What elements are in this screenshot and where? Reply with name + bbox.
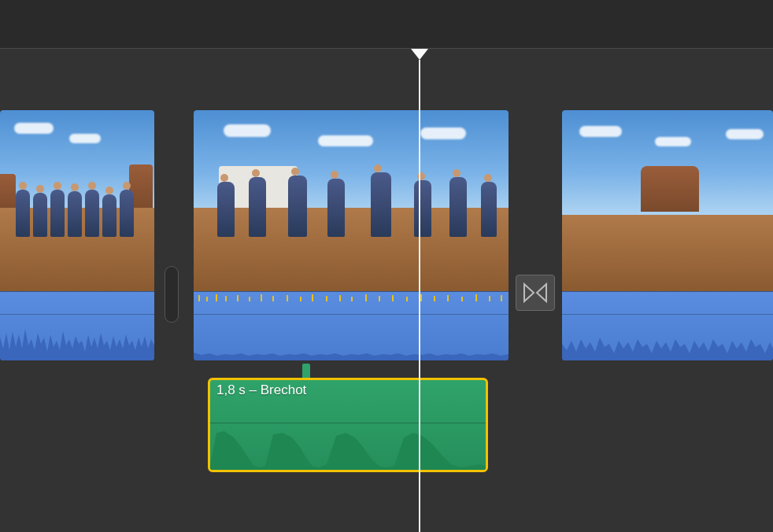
svg-rect-0 [198,295,200,301]
svg-rect-7 [272,296,274,301]
svg-rect-10 [312,294,313,301]
svg-rect-12 [339,295,341,301]
svg-rect-17 [406,297,408,301]
video-track[interactable] [0,110,773,362]
svg-rect-15 [379,296,380,301]
sound-effect-clip[interactable]: 1,8 s – Brechot [208,378,488,472]
svg-rect-6 [261,294,262,301]
svg-rect-19 [434,296,435,301]
timeline-clip[interactable] [194,110,509,360]
clip-audio-waveform[interactable] [0,291,154,360]
svg-rect-20 [447,295,449,301]
playhead-head-icon [411,49,428,60]
svg-rect-16 [392,295,394,301]
svg-rect-22 [475,294,477,301]
svg-rect-4 [237,295,239,301]
timeline[interactable]: 1,8 s – Brechot [0,49,773,532]
timeline-clip[interactable] [562,110,773,360]
clip-thumbnail [194,110,509,291]
transition-handle[interactable] [165,266,179,323]
clip-thumbnail [562,110,773,291]
sfx-attachment-pin[interactable] [302,364,310,378]
transition-crossfade[interactable] [516,275,555,311]
top-toolbar-area [0,0,773,49]
svg-rect-24 [501,295,502,301]
timeline-clip[interactable] [0,110,154,360]
transition-crossfade-icon [523,283,548,303]
svg-rect-23 [489,296,490,301]
clip-audio-waveform[interactable] [194,291,509,360]
svg-rect-3 [225,296,227,301]
svg-rect-5 [249,297,250,301]
svg-rect-11 [326,296,327,301]
sound-effect-waveform [210,427,486,470]
clip-thumbnail [0,110,154,291]
sound-effect-label: 1,8 s – Brechot [216,382,306,398]
svg-rect-14 [365,294,367,301]
clip-audio-waveform[interactable] [562,291,773,360]
svg-rect-1 [206,297,208,301]
svg-rect-13 [351,297,353,301]
svg-rect-21 [461,297,463,301]
svg-rect-18 [420,294,422,301]
svg-rect-8 [287,295,288,301]
svg-rect-9 [300,297,301,301]
svg-rect-2 [216,294,217,301]
